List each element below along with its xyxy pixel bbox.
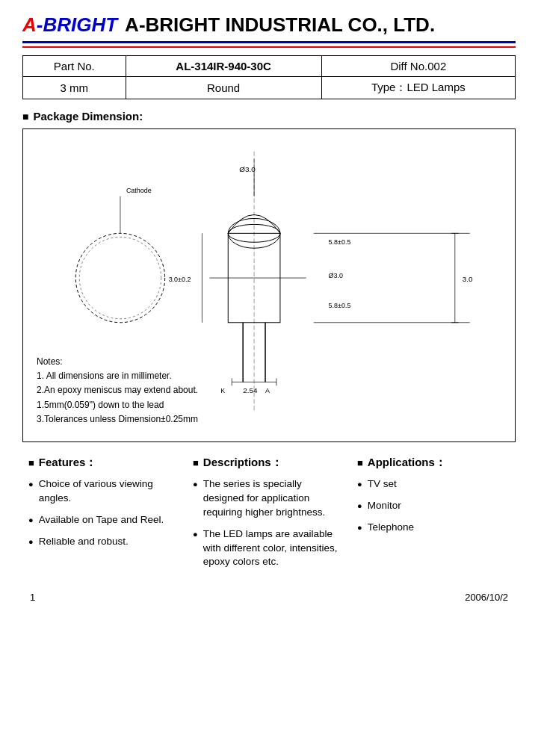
package-dimension-box: 3.0 Ø3.0 2.54 Cathode 5.8±0.5 5.8±0.5 Ø3… (22, 128, 516, 442)
logo: A-BRIGHT (22, 13, 117, 37)
descriptions-title: Descriptions： (193, 456, 345, 470)
feature-item-1: Choice of various viewing angles. (28, 477, 181, 506)
header-line-red (22, 46, 516, 48)
company-name: A-BRIGHT INDUSTRIAL CO., LTD. (125, 13, 435, 37)
note-2: 2.An epoxy meniscus may extend about. (37, 383, 198, 397)
svg-text:Ø3.0: Ø3.0 (239, 165, 256, 173)
logo-bright: -BRIGHT (37, 13, 117, 36)
footer-date: 2006/10/2 (465, 592, 508, 603)
svg-text:2.54: 2.54 (243, 386, 258, 394)
footer-page: 1 (30, 592, 35, 603)
package-dimension-title: Package Dimension: (22, 110, 516, 123)
descriptions-col: Descriptions： The series is specially de… (187, 456, 351, 577)
svg-text:3.0: 3.0 (463, 275, 473, 283)
svg-point-1 (79, 237, 161, 318)
applications-title: Applications： (357, 456, 510, 470)
header: A-BRIGHT A-BRIGHT INDUSTRIAL CO., LTD. (22, 13, 516, 37)
application-item-1: TV set (357, 477, 510, 492)
size: 3 mm (23, 77, 126, 99)
features-col: Features： Choice of various viewing angl… (22, 456, 187, 577)
applications-col: Applications： TV set Monitor Telephone (351, 456, 516, 577)
features-title: Features： (28, 456, 181, 470)
header-line-blue (22, 41, 516, 43)
footer: 1 2006/10/2 (22, 592, 516, 603)
part-no-value: AL-314IR-940-30C (126, 56, 321, 77)
svg-text:5.8±0.5: 5.8±0.5 (329, 238, 351, 246)
features-list: Choice of various viewing angles. Availa… (28, 477, 181, 549)
svg-text:A: A (265, 387, 270, 394)
svg-text:Ø3.0: Ø3.0 (329, 272, 343, 279)
feature-item-2: Available on Tape and Reel. (28, 513, 181, 527)
svg-text:K: K (220, 387, 225, 394)
applications-list: TV set Monitor Telephone (357, 477, 510, 535)
note-1: 1. All dimensions are in millimeter. (37, 369, 198, 383)
note-header: Notes: (37, 355, 198, 369)
feature-item-3: Reliable and robust. (28, 535, 181, 549)
logo-a: A (22, 13, 37, 36)
svg-text:3.0±0.2: 3.0±0.2 (169, 276, 191, 283)
bottom-section: Features： Choice of various viewing angl… (22, 456, 516, 577)
shape: Round (126, 77, 321, 99)
part-no-label: Part No. (23, 56, 126, 77)
diff-no: Diff No.002 (321, 56, 515, 77)
type-label: Type：LED Lamps (321, 77, 515, 99)
descriptions-list: The series is specially designed for app… (193, 477, 345, 569)
svg-text:5.8±0.5: 5.8±0.5 (329, 302, 351, 309)
part-info-table: Part No. AL-314IR-940-30C Diff No.002 3 … (22, 55, 516, 99)
svg-point-0 (75, 233, 164, 322)
note-3: 3.Tolerances unless Dimension±0.25mm (37, 412, 198, 427)
svg-text:Cathode: Cathode (126, 187, 152, 194)
note-2b: 1.5mm(0.059") down to the lead (37, 398, 198, 412)
application-item-2: Monitor (357, 499, 510, 513)
description-item-1: The series is specially designed for app… (193, 477, 345, 520)
notes: Notes: 1. All dimensions are in millimet… (37, 355, 198, 427)
description-item-2: The LED lamps are available with differe… (193, 527, 345, 570)
application-item-3: Telephone (357, 521, 510, 535)
